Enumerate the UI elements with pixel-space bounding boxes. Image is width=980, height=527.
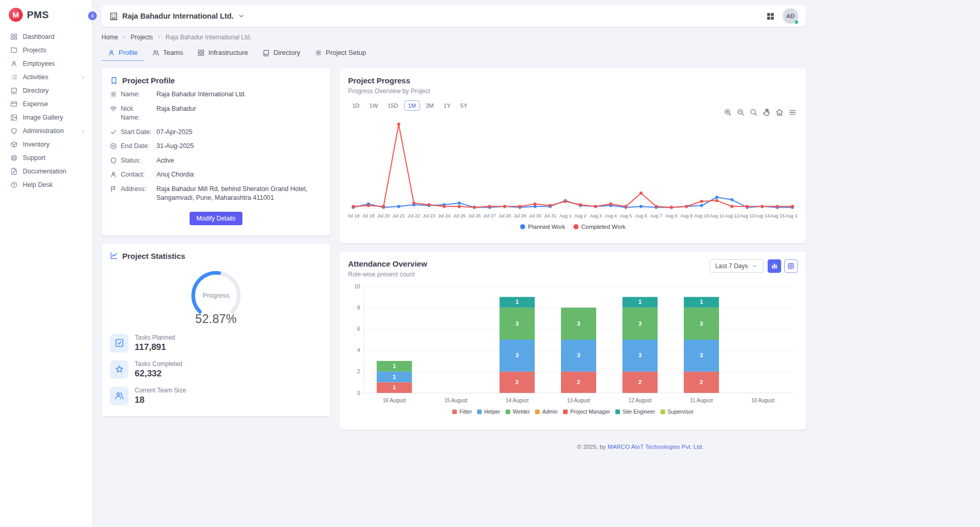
online-status-dot xyxy=(794,20,799,24)
svg-text:1: 1 xyxy=(700,299,703,305)
menu-icon[interactable] xyxy=(788,108,797,116)
legend-item-admin[interactable]: Admin xyxy=(535,408,558,415)
legend-item-fitter[interactable]: Fitter xyxy=(452,408,472,415)
sidebar-item-employees[interactable]: Employees xyxy=(0,57,92,70)
progress-line-chart-box: Jul 18Jul 19Jul 20Jul 21Jul 22Jul 23Jul … xyxy=(348,112,798,224)
sidebar-item-administration[interactable]: Administration xyxy=(0,124,92,138)
attendance-header: Attendance Overview Role-wise present co… xyxy=(348,259,798,278)
breadcrumb-item-home[interactable]: Home xyxy=(102,34,118,41)
date-range-filter[interactable]: Last 7 Days xyxy=(710,259,763,273)
range-1w-button[interactable]: 1W xyxy=(365,100,382,111)
sidebar-item-inventory[interactable]: Inventory xyxy=(0,138,92,151)
circle-x-icon xyxy=(110,142,117,150)
svg-text:3: 3 xyxy=(639,320,642,327)
tab-label: Teams xyxy=(163,49,183,56)
footer-company-link[interactable]: MARCO AIoT Technologies Pvt. Ltd. xyxy=(608,444,703,450)
range-15d-button[interactable]: 15D xyxy=(384,100,402,111)
avatar-initials: AD xyxy=(786,13,795,19)
range-3m-button[interactable]: 3M xyxy=(422,100,438,111)
legend-item-site-engineer[interactable]: Site Engineer xyxy=(615,408,655,415)
range-1m-button[interactable]: 1M xyxy=(404,100,420,111)
zoom-in-icon[interactable] xyxy=(724,108,732,116)
pan-icon[interactable] xyxy=(762,108,771,116)
table-view-toggle[interactable] xyxy=(784,259,798,273)
breadcrumb: HomeProjectsRaja Bahadur International L… xyxy=(102,34,806,41)
sidebar-item-help-desk[interactable]: Help Desk xyxy=(0,178,92,192)
sidebar-item-dashboard[interactable]: Dashboard xyxy=(0,30,92,43)
project-statistics-card: Project Statistics Progress 52.87% Tasks… xyxy=(102,244,330,416)
range-5y-button[interactable]: 5Y xyxy=(456,100,471,111)
sidebar-item-support[interactable]: Support xyxy=(0,151,92,165)
tab-label: Infrastructure xyxy=(208,49,248,56)
wifi-icon xyxy=(110,105,117,112)
svg-text:Aug 6: Aug 6 xyxy=(635,213,647,218)
legend-marker xyxy=(615,409,620,414)
attendance-legend: FitterHelperWelderAdminProject ManagerSi… xyxy=(348,408,798,415)
svg-text:Jul 19: Jul 19 xyxy=(362,213,374,218)
field-label: Start Date: xyxy=(121,128,153,137)
modify-details-button[interactable]: Modify Details xyxy=(190,212,242,225)
box-icon xyxy=(10,141,18,148)
home-icon[interactable] xyxy=(775,108,784,116)
progress-percentage: 52.87% xyxy=(195,312,237,326)
attendance-chart-subtitle: Role-wise present count xyxy=(348,271,427,278)
sidebar-item-directory[interactable]: Directory xyxy=(0,84,92,97)
legend-item-helper[interactable]: Helper xyxy=(477,408,500,415)
legend-item-welder[interactable]: Welder xyxy=(506,408,530,415)
svg-text:Jul 27: Jul 27 xyxy=(483,213,496,218)
right-column: Project Progress Progress Overview by Pr… xyxy=(340,68,806,457)
chevron-right-icon xyxy=(156,35,162,40)
folder-icon xyxy=(10,47,18,54)
legend-item-completed-work[interactable]: Completed Work xyxy=(573,224,625,230)
avatar[interactable]: AD xyxy=(783,8,798,24)
zoom-icon[interactable] xyxy=(750,108,758,116)
field-label: Nick Name: xyxy=(121,105,153,123)
svg-text:Jul 29: Jul 29 xyxy=(514,213,526,218)
sidebar-item-image-gallery[interactable]: Image Gallery xyxy=(0,111,92,124)
tab-project-setup[interactable]: Project Setup xyxy=(309,46,372,61)
stat-label: Tasks Completed xyxy=(135,360,182,368)
legend-item-supervisor[interactable]: Supervisor xyxy=(660,408,694,415)
range-1y-button[interactable]: 1Y xyxy=(439,100,454,111)
profile-field-row: Status: Active xyxy=(110,156,322,166)
svg-text:2: 2 xyxy=(357,369,360,374)
svg-text:1: 1 xyxy=(639,299,642,305)
range-1d-button[interactable]: 1D xyxy=(348,100,364,111)
tab-directory[interactable]: Directory xyxy=(256,46,307,61)
user-icon xyxy=(108,49,115,56)
breadcrumb-item-projects[interactable]: Projects xyxy=(131,34,153,41)
company-selector[interactable]: Raja Bahadur International Ltd. xyxy=(109,12,245,21)
svg-text:Aug 4: Aug 4 xyxy=(604,213,617,218)
tab-teams[interactable]: Teams xyxy=(146,46,189,61)
tab-infrastructure[interactable]: Infrastructure xyxy=(191,46,254,61)
apps-grid-button[interactable] xyxy=(766,12,775,21)
view-toggles xyxy=(768,259,798,273)
attendance-overview-card: Attendance Overview Role-wise present co… xyxy=(340,252,806,430)
app-logo[interactable]: M PMS xyxy=(0,0,92,28)
sidebar-item-projects[interactable]: Projects xyxy=(0,43,92,57)
grid4-icon xyxy=(197,49,205,56)
sidebar-item-documentation[interactable]: Documentation xyxy=(0,165,92,178)
field-value: 31-Aug-2025 xyxy=(156,142,322,151)
attendance-chart-title: Attendance Overview xyxy=(348,259,427,268)
chevron-right-icon xyxy=(122,35,127,40)
field-value: Raja Bahadur xyxy=(156,105,322,123)
legend-marker xyxy=(535,409,540,414)
sidebar-item-expense[interactable]: Expense xyxy=(0,97,92,111)
tab-profile[interactable]: Profile xyxy=(102,46,144,61)
svg-text:Aug 5: Aug 5 xyxy=(620,213,632,218)
profile-field-row: End Date: 31-Aug-2025 xyxy=(110,142,322,151)
field-value: 07-Apr-2025 xyxy=(156,128,322,137)
bars-view-toggle[interactable] xyxy=(768,259,781,273)
sidebar-menu: Dashboard Projects Employees Activities … xyxy=(0,28,92,194)
sidebar-collapse-button[interactable] xyxy=(88,11,97,20)
svg-text:Aug 2: Aug 2 xyxy=(574,213,587,218)
svg-text:12 August: 12 August xyxy=(628,398,652,403)
svg-text:Aug 3: Aug 3 xyxy=(589,213,602,218)
legend-item-project-manager[interactable]: Project Manager xyxy=(563,408,610,415)
zoom-out-icon[interactable] xyxy=(737,108,745,116)
sidebar-item-activities[interactable]: Activities xyxy=(0,70,92,84)
svg-text:2: 2 xyxy=(700,379,703,385)
legend-item-planned-work[interactable]: Planned Work xyxy=(520,224,565,230)
chevron-right-icon xyxy=(80,128,86,134)
